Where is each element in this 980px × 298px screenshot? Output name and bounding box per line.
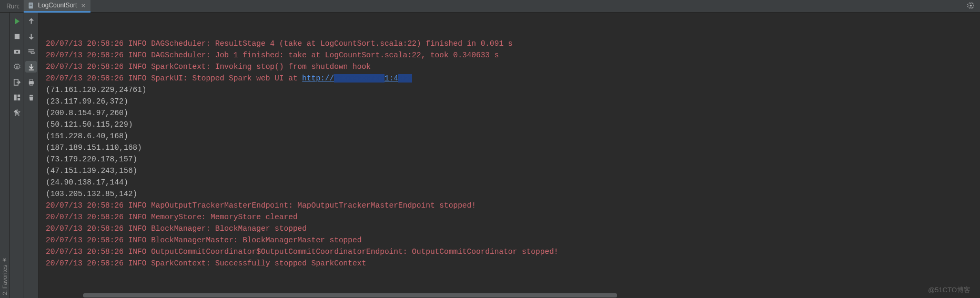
settings-gear-icon[interactable]	[967, 2, 975, 11]
svg-point-7	[16, 50, 18, 53]
layout-button[interactable]	[11, 91, 23, 103]
scroll-down-icon[interactable]	[25, 30, 37, 42]
console-line: 20/07/13 20:58:26 INFO BlockManagerMaste…	[46, 234, 980, 246]
url-link[interactable]: http://	[302, 74, 334, 83]
exit-button[interactable]	[11, 76, 23, 88]
console-line: (73.179.220.178,157)	[46, 153, 980, 165]
console-output[interactable]: 20/07/13 20:58:26 INFO DAGScheduler: Res…	[38, 13, 980, 298]
scroll-to-end-icon[interactable]	[25, 61, 37, 73]
console-line: (23.117.99.26,372)	[46, 96, 980, 107]
soft-wrap-icon[interactable]	[25, 46, 37, 57]
run-toolbar: Run: LogCountSort ×	[0, 0, 980, 13]
svg-marker-4	[15, 18, 19, 24]
run-tab-logcountsort[interactable]: LogCountSort ×	[24, 0, 90, 13]
console-line: (50.121.50.115,229)	[46, 119, 980, 130]
redacted-text: xxxxxxxxxxx	[334, 74, 385, 83]
console-line: 20/07/13 20:58:26 INFO MemoryStore: Memo…	[46, 211, 980, 223]
console-tools-column	[24, 13, 38, 298]
edit-run-config-button[interactable]	[11, 61, 23, 73]
watermark-text: @51CTO博客	[928, 285, 971, 295]
file-icon	[28, 2, 35, 9]
svg-rect-11	[17, 98, 20, 100]
svg-rect-2	[30, 4, 33, 5]
console-line: (103.205.132.85,142)	[46, 188, 980, 200]
favorites-tool-button[interactable]: 2: Favorites★	[2, 257, 8, 295]
console-line: 20/07/13 20:58:26 INFO BlockManager: Blo…	[46, 223, 980, 234]
svg-rect-13	[29, 79, 33, 81]
clear-all-icon[interactable]	[25, 91, 37, 103]
svg-rect-3	[30, 5, 33, 6]
rerun-button[interactable]	[11, 15, 23, 27]
console-line: 20/07/13 20:58:26 INFO SparkUI: Stopped …	[46, 73, 980, 84]
close-tab-icon[interactable]: ×	[80, 2, 86, 9]
console-line: (187.189.151.110,168)	[46, 142, 980, 153]
console-line: 20/07/13 20:58:26 INFO DAGScheduler: Job…	[46, 49, 980, 61]
console-line: 20/07/13 20:58:26 INFO OutputCommitCoord…	[46, 246, 980, 258]
redacted-text: xxx	[398, 74, 412, 83]
run-label: Run:	[0, 3, 24, 10]
scroll-up-icon[interactable]	[25, 15, 37, 27]
svg-rect-10	[17, 94, 20, 97]
run-tab-label: LogCountSort	[38, 2, 77, 9]
stop-button[interactable]	[11, 30, 23, 42]
left-gutter: 2: Favorites★	[0, 13, 10, 298]
console-line: 20/07/13 20:58:26 INFO SparkContext: Inv…	[46, 61, 980, 73]
url-link[interactable]: 1:4	[385, 74, 398, 83]
console-line: (71.161.120.229,24761)	[46, 84, 980, 96]
console-line: (24.90.138.17,144)	[46, 177, 980, 188]
dump-threads-button[interactable]	[11, 46, 23, 57]
horizontal-scrollbar-thumb[interactable]	[83, 293, 617, 297]
console-line: (151.228.6.40,168)	[46, 130, 980, 142]
console-line: 20/07/13 20:58:26 INFO MapOutputTrackerM…	[46, 200, 980, 211]
console-line: 20/07/13 20:58:26 INFO SparkContext: Suc…	[46, 258, 980, 269]
console-line: 20/07/13 20:58:26 INFO DAGScheduler: Res…	[46, 38, 980, 49]
pin-button[interactable]	[11, 107, 23, 118]
svg-rect-1	[30, 4, 33, 4]
svg-rect-9	[14, 94, 16, 100]
run-actions-column	[10, 13, 24, 298]
print-icon[interactable]	[25, 76, 37, 88]
svg-rect-5	[14, 34, 19, 38]
console-line: (200.8.154.97,260)	[46, 107, 980, 119]
console-line: (47.151.139.243,156)	[46, 165, 980, 177]
